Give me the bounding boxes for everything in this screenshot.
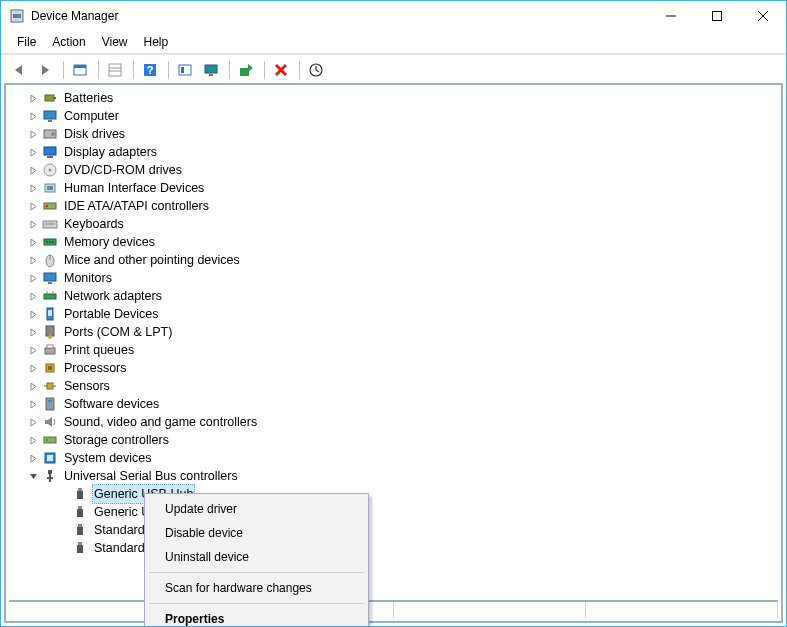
menu-file[interactable]: File [9,33,44,51]
svg-rect-40 [52,241,54,243]
svg-rect-43 [44,273,56,281]
chevron-right-icon[interactable] [26,127,40,141]
tree-device-label: Standard [92,521,147,539]
tree-device-item[interactable]: Standard [14,521,781,539]
hid-icon [42,180,58,196]
portable-icon [42,306,58,322]
chevron-right-icon[interactable] [26,361,40,375]
tree-category[interactable]: Print queues [14,341,781,359]
tree-category-expanded[interactable]: Universal Serial Bus controllers [14,467,781,485]
svg-text:?: ? [147,64,154,76]
tree-category[interactable]: Computer [14,107,781,125]
tree-category[interactable]: Network adapters [14,287,781,305]
tree-category[interactable]: Batteries [14,89,781,107]
chevron-right-icon[interactable] [26,253,40,267]
show-hidden-icon[interactable] [68,58,92,82]
context-menu-item[interactable]: Properties [147,607,366,627]
menu-help[interactable]: Help [136,33,177,51]
tree-category[interactable]: Processors [14,359,781,377]
update-driver-icon[interactable] [234,58,258,82]
svg-rect-61 [44,437,56,443]
chevron-right-icon[interactable] [26,235,40,249]
svg-rect-8 [109,64,121,76]
action-center-icon[interactable] [173,58,197,82]
printer-icon [42,342,58,358]
system-icon [42,450,58,466]
context-menu-item[interactable]: Scan for hardware changes [147,576,366,600]
chevron-right-icon[interactable] [26,415,40,429]
context-menu-item[interactable]: Uninstall device [147,545,366,569]
chevron-down-icon[interactable] [26,469,40,483]
chevron-right-icon[interactable] [26,181,40,195]
menu-action[interactable]: Action [44,33,93,51]
close-button[interactable] [740,1,786,31]
tree-category[interactable]: Memory devices [14,233,781,251]
chevron-right-icon[interactable] [26,109,40,123]
tree-device-item[interactable]: Standard [14,539,781,557]
minimize-button[interactable] [648,1,694,31]
properties-panel-icon[interactable] [103,58,127,82]
chevron-right-icon[interactable] [26,307,40,321]
svg-rect-56 [47,383,53,389]
scan-hardware-icon[interactable] [304,58,328,82]
tree-device-item[interactable]: Generic USB Hub [14,485,781,503]
tree-category[interactable]: Disk drives [14,125,781,143]
tree-category[interactable]: Sensors [14,377,781,395]
tree-category-label: Disk drives [62,125,127,143]
tree-category[interactable]: Storage controllers [14,431,781,449]
tree-category[interactable]: Keyboards [14,215,781,233]
tree-category[interactable]: Monitors [14,269,781,287]
svg-rect-22 [54,97,56,99]
tree-category[interactable]: Portable Devices [14,305,781,323]
context-menu-item[interactable]: Update driver [147,497,366,521]
tree-category[interactable]: DVD/CD-ROM drives [14,161,781,179]
chevron-right-icon[interactable] [26,433,40,447]
title-bar: Device Manager [1,1,786,31]
tree-device-item[interactable]: Generic U [14,503,781,521]
monitor-icon[interactable] [199,58,223,82]
chevron-right-icon[interactable] [26,271,40,285]
chevron-right-icon[interactable] [26,451,40,465]
chevron-right-icon[interactable] [26,325,40,339]
device-manager-window: Device Manager File Action View Help [0,0,787,627]
tree-category[interactable]: Software devices [14,395,781,413]
tree-category[interactable]: Ports (COM & LPT) [14,323,781,341]
tree-category[interactable]: Human Interface Devices [14,179,781,197]
svg-rect-13 [179,65,191,75]
help-icon[interactable]: ? [138,58,162,82]
tree-category[interactable]: Display adapters [14,143,781,161]
svg-rect-27 [44,147,56,155]
nav-forward-icon[interactable] [33,58,57,82]
svg-rect-34 [46,205,48,207]
chevron-right-icon[interactable] [26,289,40,303]
tree-category-label: Processors [62,359,129,377]
svg-rect-15 [205,65,217,73]
tree-indent [56,523,70,537]
chevron-right-icon[interactable] [26,163,40,177]
tree-category[interactable]: IDE ATA/ATAPI controllers [14,197,781,215]
chevron-right-icon[interactable] [26,379,40,393]
tree-category[interactable]: Mice and other pointing devices [14,251,781,269]
nav-back-icon[interactable] [7,58,31,82]
chevron-right-icon[interactable] [26,397,40,411]
maximize-button[interactable] [694,1,740,31]
chevron-right-icon[interactable] [26,217,40,231]
svg-rect-53 [47,345,53,348]
chevron-right-icon[interactable] [26,91,40,105]
chevron-right-icon[interactable] [26,343,40,357]
menu-view[interactable]: View [94,33,136,51]
tree-category[interactable]: Sound, video and game controllers [14,413,781,431]
svg-rect-14 [181,67,184,73]
window-controls [648,1,786,31]
tree-category-label: Computer [62,107,121,125]
context-menu-item[interactable]: Disable device [147,521,366,545]
tree-category[interactable]: System devices [14,449,781,467]
port-icon [42,324,58,340]
chevron-right-icon[interactable] [26,199,40,213]
chevron-right-icon[interactable] [26,145,40,159]
usb-device-icon [72,540,88,556]
uninstall-icon[interactable] [269,58,293,82]
tree-category-label: Human Interface Devices [62,179,206,197]
device-tree[interactable]: BatteriesComputerDisk drivesDisplay adap… [6,85,781,621]
svg-rect-72 [78,524,82,527]
